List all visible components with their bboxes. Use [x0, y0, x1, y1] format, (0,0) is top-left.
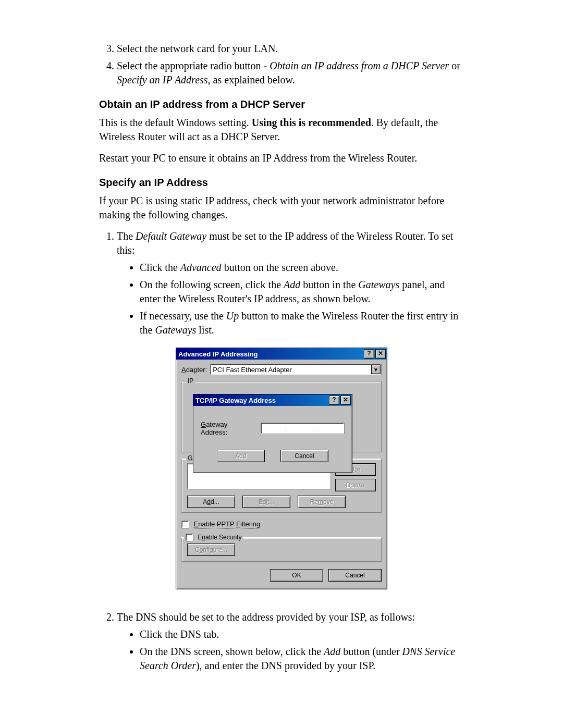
close-icon[interactable]: ✕: [340, 396, 351, 405]
list-item: The Default Gateway must be set to the I…: [117, 229, 464, 337]
text: , as explained below.: [208, 74, 295, 85]
list-item: Click the DNS tab.: [140, 627, 464, 641]
pptp-label: Enable PPTP Filtering: [194, 520, 261, 528]
down-button[interactable]: Down↓: [335, 479, 376, 491]
italic: Add: [324, 646, 340, 657]
gateway-ip-input[interactable]: . . .: [261, 423, 345, 434]
list-item: If necessary, use the Up button to make …: [140, 309, 464, 337]
italic: Gateways: [358, 279, 399, 290]
titlebar: Advanced IP Addressing ? ✕: [176, 348, 387, 360]
cancel-button[interactable]: Cancel: [280, 450, 328, 462]
italic: Default Gateway: [136, 230, 206, 242]
modal-titlebar: TCP/IP Gateway Address ? ✕: [193, 394, 352, 406]
chevron-down-icon[interactable]: ▼: [371, 365, 381, 374]
text: Select the network card for your LAN.: [117, 43, 278, 54]
text: Click the: [140, 262, 180, 273]
text: button (under: [340, 646, 402, 657]
gateway-address-modal: TCP/IP Gateway Address ? ✕ Gateway Addre…: [193, 394, 352, 473]
text: This is the default Windows setting.: [99, 117, 252, 128]
ip-legend: IP: [186, 377, 195, 385]
dns-list: The DNS should be set to the address pro…: [99, 610, 464, 673]
text: The: [117, 230, 136, 242]
gateway-row: Gateway Address: . . .: [201, 421, 345, 436]
security-legend: Enable Security: [184, 534, 243, 541]
text: button in the: [300, 279, 358, 290]
italic: Gateways: [155, 324, 196, 336]
ok-button[interactable]: OK: [270, 569, 323, 582]
italic: Obtain an IP address from a DHCP Server: [270, 60, 449, 71]
advanced-ip-window: Advanced IP Addressing ? ✕ Adapter: PCI …: [176, 348, 387, 589]
paragraph: Restart your PC to ensure it obtains an …: [99, 151, 464, 165]
paragraph: If your PC is using static IP address, c…: [99, 194, 464, 222]
window-title: Advanced IP Addressing: [178, 350, 363, 358]
main-cancel-button[interactable]: Cancel: [328, 569, 382, 582]
heading-dhcp: Obtain an IP address from a DHCP Server: [99, 98, 464, 110]
window-body: Adapter: PCI Fast Ethernet Adapter ▼ IP …: [176, 360, 387, 589]
text: button on the screen above.: [222, 262, 338, 273]
dialog-figure: Advanced IP Addressing ? ✕ Adapter: PCI …: [176, 348, 387, 589]
specify-list: The Default Gateway must be set to the I…: [99, 229, 464, 337]
italic: Up: [226, 310, 239, 322]
paragraph: This is the default Windows setting. Usi…: [99, 116, 464, 144]
bold: Using this is recommended: [252, 117, 371, 128]
pptp-row: Enable PPTP Filtering: [181, 520, 382, 528]
list-item: Select the network card for your LAN.: [117, 42, 464, 56]
adapter-value: PCI Fast Ethernet Adapter: [213, 366, 292, 374]
italic: Advanced: [180, 262, 222, 273]
italic: Specify an IP Address: [117, 74, 208, 85]
italic: Add: [284, 279, 300, 290]
list-item: On the following screen, click the Add b…: [140, 278, 464, 306]
gateways-remove-button[interactable]: Remove: [298, 496, 346, 508]
text: On the DNS screen, shown below, click th…: [140, 646, 324, 657]
pptp-checkbox[interactable]: [181, 521, 189, 528]
close-icon[interactable]: ✕: [375, 349, 386, 359]
list-item: Select the appropriate radio button - Ob…: [117, 59, 464, 87]
text: list.: [196, 324, 214, 336]
modal-buttons: Add Cancel: [201, 450, 345, 462]
intro-list: Select the network card for your LAN. Se…: [99, 42, 464, 87]
add-button[interactable]: Add: [217, 450, 265, 462]
list-item: Click the Advanced button on the screen …: [140, 261, 464, 275]
adapter-label: Adapter:: [181, 366, 207, 374]
security-group: Enable Security Configure...: [181, 538, 382, 562]
text: On the following screen, click the: [140, 279, 284, 290]
gateway-label: Gateway Address:: [201, 421, 255, 436]
help-icon[interactable]: ?: [329, 396, 339, 405]
text: If necessary, use the: [140, 310, 226, 322]
text: Select the appropriate radio button -: [117, 60, 270, 71]
security-checkbox[interactable]: [186, 534, 193, 541]
sublist: Click the Advanced button on the screen …: [117, 261, 464, 337]
text: The DNS should be set to the address pro…: [117, 611, 415, 623]
help-icon[interactable]: ?: [364, 349, 374, 359]
sublist: Click the DNS tab. On the DNS screen, sh…: [117, 627, 464, 673]
list-item: On the DNS screen, shown below, click th…: [140, 645, 464, 673]
adapter-combo[interactable]: PCI Fast Ethernet Adapter ▼: [210, 364, 382, 375]
gateways-add-button[interactable]: Add...: [187, 496, 235, 508]
text: ), and enter the DNS provided by your IS…: [196, 660, 375, 671]
list-item: The DNS should be set to the address pro…: [117, 610, 464, 673]
modal-body: Gateway Address: . . . Add Cancel: [193, 406, 352, 473]
text: or: [449, 60, 460, 71]
dialog-bottom-buttons: OK Cancel: [181, 569, 382, 582]
configure-button[interactable]: Configure...: [187, 544, 235, 556]
modal-title: TCP/IP Gateway Address: [195, 397, 328, 404]
heading-specify: Specify an IP Address: [99, 177, 464, 189]
gateways-edit-button[interactable]: Edit...: [242, 496, 290, 508]
adapter-row: Adapter: PCI Fast Ethernet Adapter ▼: [181, 364, 382, 375]
